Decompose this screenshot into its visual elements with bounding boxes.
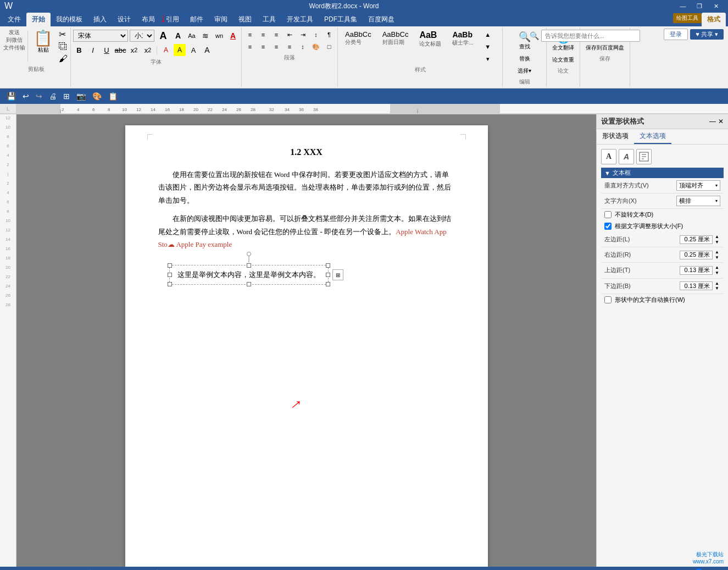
handle-mr[interactable] <box>326 273 330 277</box>
margin-bottom-down[interactable]: ▼ <box>714 286 720 291</box>
show-mark-button[interactable]: ¶ <box>323 29 335 41</box>
qa-other-button[interactable]: 📋 <box>106 91 120 102</box>
text-format-a1[interactable]: A <box>601 149 616 164</box>
handle-bc[interactable] <box>247 282 251 286</box>
shading-button[interactable]: A <box>174 44 186 56</box>
text-effect-button[interactable]: A <box>201 44 213 56</box>
handle-tr[interactable] <box>326 263 330 268</box>
text-format-a3[interactable] <box>636 149 652 164</box>
line-spacing-button[interactable]: ↕ <box>297 41 309 53</box>
handle-br[interactable] <box>326 282 330 286</box>
bullet-list-button[interactable]: ≡ <box>244 29 256 41</box>
styles-expand-button[interactable]: ▾ <box>482 53 494 65</box>
style-paper-title[interactable]: AaB 论文标题 <box>414 29 446 65</box>
restore-button[interactable]: ❐ <box>692 1 707 11</box>
format-painter-button[interactable]: 🖌 <box>57 53 69 64</box>
strikethrough-button[interactable]: abc <box>114 44 126 56</box>
tab-format[interactable]: 格式 <box>702 13 726 26</box>
justify-button[interactable]: ≡ <box>284 41 296 53</box>
rotation-handle[interactable] <box>247 252 251 256</box>
tab-review[interactable]: 审阅 <box>209 13 233 26</box>
panel-minimize-icon[interactable]: — <box>709 118 716 125</box>
increase-indent-button[interactable]: ⇥ <box>297 29 309 41</box>
paper-review-button[interactable]: 论文查重 <box>549 54 577 66</box>
multi-list-button[interactable]: ≡ <box>270 29 282 41</box>
tab-file[interactable]: 文件 <box>2 13 26 26</box>
margin-left-down[interactable]: ▼ <box>714 240 720 245</box>
minimize-button[interactable]: — <box>675 1 691 11</box>
underline-button[interactable]: U <box>101 44 113 56</box>
text-frame-header[interactable]: ▼ 文本框 <box>601 168 724 178</box>
wn-btn[interactable]: wn <box>213 30 225 42</box>
clear-format-button[interactable]: ≋ <box>199 30 212 42</box>
margin-right-up[interactable]: ▲ <box>714 250 720 255</box>
align-right-button[interactable]: ≡ <box>270 41 282 53</box>
tab-shape-options[interactable]: 形状选项 <box>597 129 634 144</box>
qa-redo-button[interactable]: ↪ <box>34 91 45 102</box>
qa-print-button[interactable]: 🖨 <box>47 91 59 102</box>
close-button[interactable]: ✕ <box>708 1 724 11</box>
select-button[interactable]: 选择▾ <box>505 65 544 77</box>
align-left-button[interactable]: ≡ <box>244 41 256 53</box>
tab-home[interactable]: 开始 <box>26 13 51 26</box>
handle-tl[interactable] <box>168 263 172 268</box>
login-button[interactable]: 登录 <box>664 29 688 40</box>
margin-top-down[interactable]: ▼ <box>714 270 720 276</box>
sort-button[interactable]: ↕ <box>310 29 322 41</box>
qa-undo-button[interactable]: ↩ <box>20 91 31 102</box>
layout-icon-button[interactable]: ⊞ <box>332 269 343 280</box>
number-list-button[interactable]: ≡ <box>257 29 269 41</box>
change-case-button[interactable]: Aa <box>186 30 198 42</box>
send-to-wechat[interactable]: 发送到微信 <box>6 29 23 44</box>
borders-button[interactable]: □ <box>323 41 335 53</box>
style-classification[interactable]: AaBbCc 分类号 <box>340 29 376 65</box>
text-format-a2[interactable]: A <box>619 149 634 164</box>
copy-button[interactable]: ⿻ <box>57 41 69 52</box>
italic-button[interactable]: I <box>87 44 99 56</box>
margin-bottom-input[interactable] <box>680 281 713 290</box>
superscript-button[interactable]: x2 <box>142 44 154 56</box>
qa-screenshot-button[interactable]: 📷 <box>74 91 88 102</box>
font-size-select[interactable]: 小二 <box>130 30 154 42</box>
shading-color-button[interactable]: 🎨 <box>310 41 322 53</box>
styles-up-button[interactable]: ▲ <box>482 29 494 41</box>
font-color-a-button[interactable]: A <box>227 30 239 42</box>
tab-tools[interactable]: 工具 <box>257 13 281 26</box>
tab-view[interactable]: 视图 <box>233 13 257 26</box>
align-center-button[interactable]: ≡ <box>257 41 269 53</box>
replace-button[interactable]: 替换 <box>505 53 544 65</box>
tab-text-options[interactable]: 文本选项 <box>634 129 671 144</box>
margin-top-up[interactable]: ▲ <box>714 265 720 270</box>
text-box[interactable]: 这里是举例文本内容，这里是举例文本内容。 ⊞ <box>169 265 329 285</box>
increase-font-button[interactable]: A <box>156 29 170 43</box>
margin-top-input[interactable] <box>680 266 713 275</box>
auto-fit-checkbox[interactable] <box>604 223 612 230</box>
tab-layout[interactable]: 布局 <box>136 13 160 26</box>
style-master[interactable]: AaBb 硕士学... <box>447 29 478 65</box>
tab-insert[interactable]: 插入 <box>88 13 112 26</box>
paste-button[interactable]: 📋 粘贴 <box>30 29 56 56</box>
margin-left-input[interactable] <box>680 235 713 244</box>
document-area[interactable]: 1.2 XXX 使用在需要位置出现的新按钮在 Word 中保存时间。若要更改图片… <box>16 114 596 567</box>
panel-close-icon[interactable]: ✕ <box>718 118 724 125</box>
tab-baidu[interactable]: 百度网盘 <box>363 13 400 26</box>
auto-wrap-checkbox[interactable] <box>604 296 612 303</box>
style-cover-date[interactable]: AaBbCc 封面日期 <box>377 29 414 65</box>
border-button[interactable]: A <box>187 44 199 56</box>
tab-mail[interactable]: 邮件 <box>185 13 209 26</box>
handle-tc[interactable] <box>247 263 251 268</box>
share-button[interactable]: ♥ 共享 ▾ <box>690 29 724 40</box>
cut-button[interactable]: ✂ <box>57 29 69 40</box>
tab-design[interactable]: 设计 <box>112 13 136 26</box>
vertical-align-select[interactable]: 顶端对齐 ▾ <box>676 180 720 191</box>
tab-reference[interactable]: 引用 <box>160 13 185 26</box>
decrease-font-button[interactable]: A <box>172 30 184 42</box>
qa-view-button[interactable]: ⊞ <box>61 91 72 102</box>
qa-format-button[interactable]: 🎨 <box>90 91 104 102</box>
qa-save-button[interactable]: 💾 <box>4 91 18 102</box>
margin-right-down[interactable]: ▼ <box>714 255 720 261</box>
decrease-indent-button[interactable]: ⇤ <box>284 29 296 41</box>
margin-left-up[interactable]: ▲ <box>714 234 720 240</box>
subscript-button[interactable]: x2 <box>128 44 140 56</box>
bold-button[interactable]: B <box>73 44 85 56</box>
